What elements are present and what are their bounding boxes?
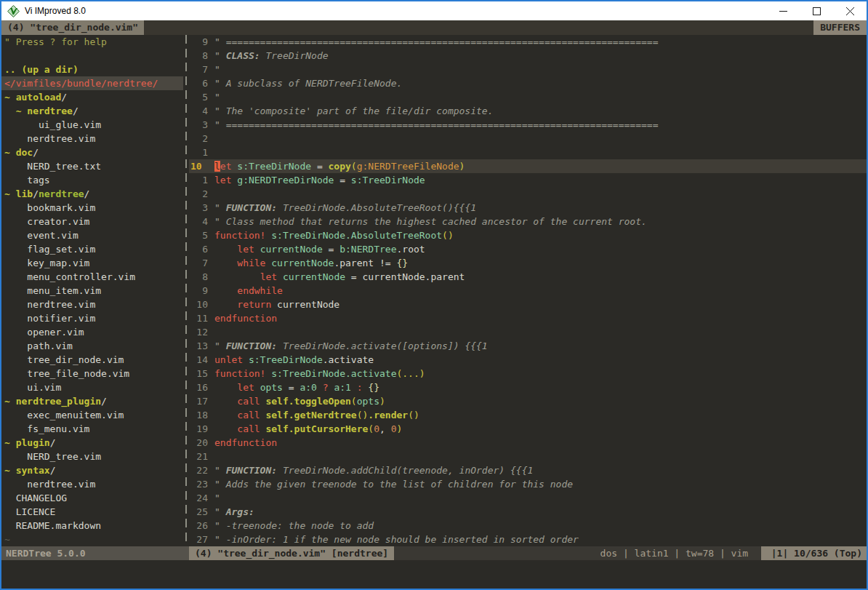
- code-line[interactable]: 11endfunction: [189, 311, 867, 325]
- code-line[interactable]: 17 call self.toggleOpen(opts): [189, 394, 867, 408]
- tree-file[interactable]: creator.vim: [1, 215, 183, 228]
- minimize-button[interactable]: [766, 1, 800, 20]
- code-line[interactable]: 20endfunction: [189, 436, 867, 450]
- tree-file[interactable]: menu_controller.vim: [1, 270, 183, 284]
- tree-dir-autoload[interactable]: ~ autoload/: [1, 90, 183, 104]
- text-segment: ui.vim: [4, 382, 61, 393]
- tree-dir-doc[interactable]: ~ doc/: [1, 145, 183, 159]
- tree-file[interactable]: LICENCE: [1, 505, 183, 519]
- tree-file[interactable]: CHANGELOG: [1, 491, 183, 505]
- tree-file[interactable]: exec_menuitem.vim: [1, 408, 183, 422]
- text-segment: =: [323, 244, 339, 255]
- line-number: 25: [189, 505, 208, 519]
- tree-empty-line-marker[interactable]: ~: [1, 533, 183, 546]
- close-button[interactable]: [833, 1, 867, 20]
- code-line[interactable]: 2: [189, 187, 867, 201]
- tab-tree-dir-node[interactable]: (4) "tree_dir_node.vim": [1, 20, 144, 35]
- code-line[interactable]: 3" =====================================…: [189, 118, 867, 132]
- code-line[interactable]: 4" The 'composite' part of the file/dir …: [189, 104, 867, 118]
- text-segment: ~ syntax: [4, 465, 50, 476]
- code-line[interactable]: 23" Adds the given treenode to the list …: [189, 477, 867, 491]
- tree-file[interactable]: nerdtree.vim: [1, 132, 183, 145]
- line-number: 21: [189, 450, 208, 463]
- code-line[interactable]: 8" CLASS: TreeDirNode: [189, 49, 867, 63]
- code-line[interactable]: 6" A subclass of NERDTreeFileNode.: [189, 76, 867, 90]
- code-line[interactable]: 12: [189, 325, 867, 339]
- tree-up-dir[interactable]: .. (up a dir): [1, 63, 183, 76]
- code-line[interactable]: 7 while currentNode.parent != {}: [189, 256, 867, 270]
- code-line-current[interactable]: 10let s:TreeDirNode = copy(g:NERDTreeFil…: [189, 159, 867, 173]
- tree-file[interactable]: fs_menu.vim: [1, 422, 183, 436]
- tree-file[interactable]: path.vim: [1, 339, 183, 353]
- text-segment: currentNode: [260, 244, 323, 255]
- window-separator[interactable]: [183, 35, 189, 546]
- code-text: function! s:TreeDirNode.AbsoluteTreeRoot…: [208, 228, 454, 242]
- code-line[interactable]: 4" Class method that returns the highest…: [189, 215, 867, 228]
- tree-file[interactable]: NERD_tree.vim: [1, 450, 183, 463]
- code-line[interactable]: 22" FUNCTION: TreeDirNode.addChild(treen…: [189, 463, 867, 477]
- code-line[interactable]: 27" -inOrder: 1 if the new node should b…: [189, 533, 867, 546]
- text-segment: " A subclass of NERDTreeFileNode.: [214, 78, 402, 89]
- tree-file[interactable]: NERD_tree.txt: [1, 159, 183, 173]
- code-line[interactable]: 26" -treenode: the node to add: [189, 519, 867, 533]
- tree-file[interactable]: tree_dir_node.vim: [1, 353, 183, 367]
- text-segment: self.putCursorHere: [265, 423, 368, 434]
- text-segment: ~ autoload: [4, 92, 61, 103]
- tree-file[interactable]: event.vim: [1, 228, 183, 242]
- code-line[interactable]: 24": [189, 491, 867, 505]
- editor-buffer[interactable]: 9" =====================================…: [189, 35, 867, 546]
- code-line[interactable]: 16 let opts = a:0 ? a:1 : {}: [189, 380, 867, 394]
- code-line[interactable]: 2: [189, 132, 867, 145]
- code-line[interactable]: 13" FUNCTION: TreeDirNode.activate([opti…: [189, 339, 867, 353]
- tree-file[interactable]: nerdtree.vim: [1, 298, 183, 311]
- code-text: let g:NERDTreeDirNode = s:TreeDirNode: [208, 173, 425, 187]
- code-line[interactable]: 6 let currentNode = b:NERDTree.root: [189, 242, 867, 256]
- tree-file[interactable]: tree_file_node.vim: [1, 367, 183, 380]
- tree-file[interactable]: ui.vim: [1, 380, 183, 394]
- line-number: 6: [189, 242, 208, 256]
- tree-file[interactable]: bookmark.vim: [1, 201, 183, 215]
- code-line[interactable]: 14unlet s:TreeDirNode.activate: [189, 353, 867, 367]
- text-segment: tags: [4, 175, 50, 186]
- code-line[interactable]: 21: [189, 450, 867, 463]
- code-line[interactable]: 9" =====================================…: [189, 35, 867, 49]
- code-line[interactable]: 7": [189, 63, 867, 76]
- code-line[interactable]: 5": [189, 90, 867, 104]
- tree-file[interactable]: notifier.vim: [1, 311, 183, 325]
- tree-file[interactable]: opener.vim: [1, 325, 183, 339]
- code-line[interactable]: 3" FUNCTION: TreeDirNode.AbsoluteTreeRoo…: [189, 201, 867, 215]
- tree-help-hint[interactable]: " Press ? for help: [1, 35, 183, 49]
- text-segment: s:TreeDirNode.activate: [271, 368, 396, 379]
- text-segment: =: [283, 382, 300, 393]
- tree-dir-lib-nerdtree[interactable]: ~ lib/nerdtree/: [1, 187, 183, 201]
- code-line[interactable]: 15function! s:TreeDirNode.activate(...): [189, 367, 867, 380]
- code-line[interactable]: 1: [189, 145, 867, 159]
- code-line[interactable]: 8 let currentNode = currentNode.parent: [189, 270, 867, 284]
- tree-file[interactable]: key_map.vim: [1, 256, 183, 270]
- tree-file[interactable]: tags: [1, 173, 183, 187]
- code-line[interactable]: 10 return currentNode: [189, 298, 867, 311]
- tree-dir-plugin[interactable]: ~ plugin/: [1, 436, 183, 450]
- text-segment: path.vim: [4, 340, 73, 351]
- tree-file[interactable]: flag_set.vim: [1, 242, 183, 256]
- code-line[interactable]: 18 call self.getNerdtree().render(): [189, 408, 867, 422]
- code-line[interactable]: 25" Args:: [189, 505, 867, 519]
- code-line[interactable]: 1let g:NERDTreeDirNode = s:TreeDirNode: [189, 173, 867, 187]
- command-line[interactable]: [1, 560, 867, 589]
- line-number: 12: [189, 325, 208, 339]
- code-line[interactable]: 9 endwhile: [189, 284, 867, 298]
- text-segment: tree_file_node.vim: [4, 368, 129, 379]
- tree-dir-nerdtree[interactable]: ~ nerdtree/: [1, 104, 183, 118]
- tree-file[interactable]: README.markdown: [1, 519, 183, 533]
- tree-file[interactable]: menu_item.vim: [1, 284, 183, 298]
- tree-root-path[interactable]: </vimfiles/bundle/nerdtree/: [1, 76, 183, 90]
- tree-file[interactable]: nerdtree.vim: [1, 477, 183, 491]
- maximize-button[interactable]: [800, 1, 833, 20]
- text-segment: ": [214, 92, 220, 103]
- code-line[interactable]: 5function! s:TreeDirNode.AbsoluteTreeRoo…: [189, 228, 867, 242]
- code-line[interactable]: 19 call self.putCursorHere(0, 0): [189, 422, 867, 436]
- tree-dir-syntax[interactable]: ~ syntax/: [1, 463, 183, 477]
- file-format-info: dos | latin1 | tw=78 | vim: [600, 546, 761, 560]
- tree-file[interactable]: ui_glue.vim: [1, 118, 183, 132]
- tree-dir-nerdtree-plugin[interactable]: ~ nerdtree_plugin/: [1, 394, 183, 408]
